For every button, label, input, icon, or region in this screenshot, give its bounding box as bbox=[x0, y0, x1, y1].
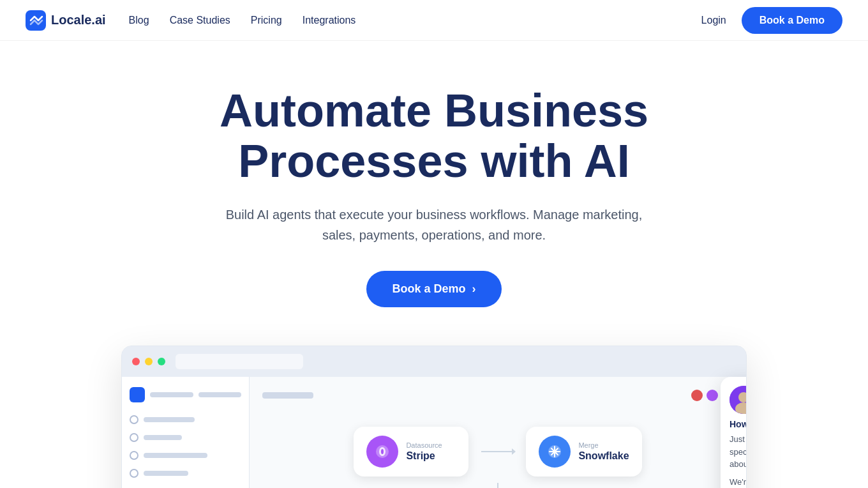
nav-integrations[interactable]: Integrations bbox=[303, 15, 356, 26]
sidebar-circle-icon bbox=[130, 451, 138, 460]
window-dot-red bbox=[132, 358, 140, 365]
sidebar-bar bbox=[144, 417, 195, 422]
sidebar-bar bbox=[144, 435, 182, 440]
snowflake-node-text: Merge Snowflake bbox=[578, 441, 629, 462]
snowflake-icon-circle bbox=[539, 436, 571, 468]
topbar-dot-purple bbox=[707, 390, 718, 401]
chat-greeting: Howdy 👋 bbox=[730, 419, 747, 429]
hero-title: Automate Business Processes with AI bbox=[147, 86, 721, 187]
chat-response: We're all ears :) bbox=[730, 477, 747, 487]
hero-subtitle: Build AI agents that execute your busine… bbox=[217, 204, 651, 245]
arrow-right-icon: › bbox=[472, 282, 476, 296]
chat-avatar bbox=[730, 386, 747, 414]
svg-point-3 bbox=[381, 449, 384, 454]
nav-blog[interactable]: Blog bbox=[129, 15, 149, 26]
snowflake-icon bbox=[546, 443, 564, 461]
sidebar-bar bbox=[144, 471, 188, 476]
sidebar-circle-icon bbox=[130, 469, 138, 478]
hero-section: Automate Business Processes with AI Buil… bbox=[0, 41, 868, 333]
snowflake-label: Merge bbox=[578, 441, 629, 449]
stripe-icon bbox=[373, 443, 391, 461]
book-demo-hero-button[interactable]: Book a Demo › bbox=[366, 271, 501, 307]
topbar-dot-red bbox=[691, 390, 703, 401]
sidebar-item bbox=[130, 433, 241, 442]
stripe-icon-circle bbox=[366, 436, 398, 468]
window-dot-yellow bbox=[145, 358, 153, 365]
sidebar-item bbox=[130, 451, 241, 460]
chat-message: Just curious. Do you have any specific q… bbox=[730, 433, 747, 471]
flow-connector-h bbox=[481, 451, 513, 452]
window-dot-green bbox=[158, 358, 165, 365]
logo-link[interactable]: Locale.ai bbox=[26, 10, 106, 31]
logo-text: Locale.ai bbox=[51, 13, 106, 27]
sidebar-item bbox=[130, 469, 241, 478]
stripe-node: Datasource Stripe bbox=[354, 427, 468, 477]
sidebar-circle-icon bbox=[130, 415, 138, 424]
address-bar bbox=[176, 354, 303, 369]
nav-links: Blog Case Studies Pricing Integrations bbox=[129, 15, 356, 26]
dashboard-mockup: Datasource Stripe bbox=[121, 346, 747, 488]
nav-right: Login Book a Demo bbox=[701, 7, 842, 34]
avatar-icon bbox=[730, 386, 747, 414]
sidebar-item bbox=[130, 415, 241, 424]
flow-row-top: Datasource Stripe bbox=[354, 427, 641, 477]
mockup-body: Datasource Stripe bbox=[122, 377, 746, 488]
nav-case-studies[interactable]: Case Studies bbox=[170, 15, 230, 26]
mockup-titlebar bbox=[122, 346, 746, 377]
sidebar-bar bbox=[144, 453, 207, 458]
book-demo-nav-button[interactable]: Book a Demo bbox=[742, 7, 842, 34]
mockup-main: Datasource Stripe bbox=[250, 377, 746, 488]
snowflake-name: Snowflake bbox=[578, 450, 629, 462]
stripe-node-text: Datasource Stripe bbox=[406, 441, 442, 462]
topbar-tab bbox=[262, 392, 313, 399]
nav-left: Locale.ai Blog Case Studies Pricing Inte… bbox=[26, 10, 355, 31]
navbar: Locale.ai Blog Case Studies Pricing Inte… bbox=[0, 0, 868, 41]
logo-icon bbox=[26, 10, 46, 31]
snowflake-node: Merge Snowflake bbox=[526, 427, 641, 477]
stripe-label: Datasource bbox=[406, 441, 442, 449]
chat-widget: ✕ Howdy 👋 Just curious. Do you have any … bbox=[721, 377, 747, 488]
flow-connector-v bbox=[497, 483, 498, 488]
flow-diagram: Datasource Stripe bbox=[262, 414, 733, 488]
mockup-topbar bbox=[262, 390, 733, 401]
nav-pricing[interactable]: Pricing bbox=[251, 15, 282, 26]
chat-header: ✕ bbox=[721, 377, 747, 419]
sidebar-logo-bar bbox=[150, 392, 193, 397]
login-link[interactable]: Login bbox=[701, 15, 726, 26]
mockup-sidebar bbox=[122, 377, 250, 488]
sidebar-logo-icon bbox=[130, 387, 145, 402]
stripe-name: Stripe bbox=[406, 450, 442, 462]
book-demo-hero-label: Book a Demo bbox=[392, 282, 465, 296]
dashboard-preview-container: Datasource Stripe bbox=[96, 346, 772, 488]
chat-body: Howdy 👋 Just curious. Do you have any sp… bbox=[721, 419, 747, 488]
sidebar-logo-bar2 bbox=[198, 392, 242, 397]
sidebar-logo-area bbox=[130, 387, 241, 402]
sidebar-circle-icon bbox=[130, 433, 138, 442]
